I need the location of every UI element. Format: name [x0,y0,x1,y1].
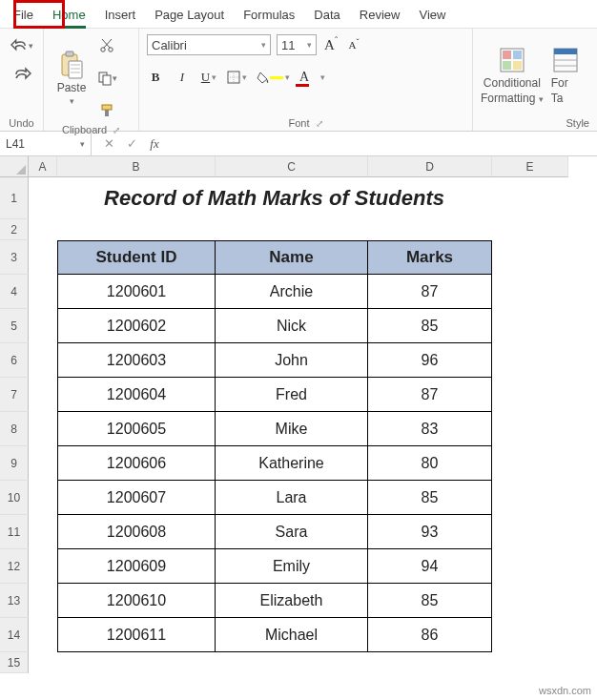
cell-name[interactable]: Nick [216,309,368,343]
cell-name[interactable]: John [216,343,368,378]
group-styles-label: Style [481,115,589,129]
cell-student-id[interactable]: 1200601 [57,275,216,309]
cell-student-id[interactable]: 1200609 [57,549,216,584]
cell-student-id[interactable]: 1200604 [57,378,216,412]
cell-name[interactable]: Mike [216,412,368,446]
row-header[interactable]: 10 [0,481,29,515]
group-undo: ▾ Undo [0,29,44,131]
cell-student-id[interactable]: 1200606 [57,446,216,481]
row-header[interactable]: 8 [0,412,29,446]
row-header[interactable]: 5 [0,309,29,343]
cell-name[interactable]: Katherine [216,446,368,481]
insert-function-button[interactable]: fx [143,136,166,152]
cell-marks[interactable]: 85 [368,309,492,343]
cell-student-id[interactable]: 1200608 [57,515,216,549]
cell-student-id[interactable]: 1200602 [57,309,216,343]
font-launcher[interactable]: ⤢ [316,118,323,129]
cell-marks[interactable]: 96 [368,343,492,378]
paste-button[interactable]: Paste ▾ [51,51,92,106]
group-font: Calibri ▾ 11 ▾ Aˆ Aˇ B I U▾ [139,29,473,131]
cell-student-id[interactable]: 1200603 [57,343,216,378]
cell-marks[interactable]: 87 [368,378,492,412]
tab-data[interactable]: Data [304,4,349,28]
formula-enter-button[interactable]: ✓ [120,136,143,151]
row-header[interactable]: 13 [0,584,29,618]
cell-marks[interactable]: 80 [368,446,492,481]
row-header[interactable]: 1 [0,177,29,219]
increase-font-button[interactable]: Aˆ [322,34,340,55]
cell-marks[interactable]: 87 [368,275,492,309]
undo-button[interactable]: ▾ [10,34,33,57]
borders-button[interactable]: ▾ [227,67,247,88]
decrease-font-button[interactable]: Aˇ [345,34,362,55]
col-header[interactable]: B [57,156,216,177]
tab-insert[interactable]: Insert [95,4,146,28]
clipboard-launcher[interactable]: ⤢ [113,125,120,135]
worksheet[interactable]: 1 2 3 4 5 6 7 8 9 10 11 12 13 14 15 A B … [0,156,597,673]
cell-marks[interactable]: 85 [368,584,492,618]
font-color-button[interactable]: A ▾ [299,67,325,88]
tab-file[interactable]: File [4,4,43,28]
font-name-combo[interactable]: Calibri ▾ [147,34,271,55]
cell-marks[interactable]: 94 [368,549,492,584]
cut-button[interactable] [95,34,118,57]
cell-name[interactable]: Lara [216,481,368,515]
cell-name[interactable]: Emily [216,549,368,584]
svg-rect-1 [66,51,73,56]
row-header[interactable]: 11 [0,515,29,549]
cell-marks[interactable]: 93 [368,515,492,549]
cell-name[interactable]: Fred [216,378,368,412]
cell-student-id[interactable]: 1200605 [57,412,216,446]
cell-name[interactable]: Elizabeth [216,584,368,618]
row-header[interactable]: 14 [0,618,29,652]
row-header[interactable]: 9 [0,446,29,481]
sheet-cells[interactable]: Record of Math Marks of Students Student… [29,177,597,673]
name-box[interactable]: L41 ▾ [0,132,92,155]
font-size-value: 11 [281,38,295,52]
header-student-id: Student ID [57,240,216,275]
table-row: 1200611Michael86 [29,618,597,652]
cell-student-id[interactable]: 1200607 [57,481,216,515]
cell-name[interactable]: Michael [216,618,368,652]
tab-home[interactable]: Home [43,4,95,28]
tab-page-layout[interactable]: Page Layout [145,4,234,28]
cell-name[interactable]: Archie [216,275,368,309]
cell-student-id[interactable]: 1200610 [57,584,216,618]
redo-button[interactable] [10,63,33,86]
cell-name[interactable]: Sara [216,515,368,549]
italic-button[interactable]: I [174,67,191,88]
underline-button[interactable]: U▾ [200,67,217,88]
tab-formulas[interactable]: Formulas [234,4,304,28]
col-header[interactable]: A [29,156,57,177]
row-header[interactable]: 12 [0,549,29,584]
cell-student-id[interactable]: 1200611 [57,618,216,652]
col-header[interactable]: D [368,156,492,177]
fill-color-button[interactable]: ▾ [257,67,290,88]
select-all-corner[interactable] [0,156,29,177]
svg-rect-21 [513,61,522,70]
row-header[interactable]: 6 [0,343,29,378]
row-header[interactable]: 7 [0,378,29,412]
bold-button[interactable]: B [147,67,164,88]
copy-button[interactable]: ▾ [95,67,118,90]
conditional-formatting-button[interactable]: Conditional Formatting ▾ [481,46,544,105]
format-as-table-button[interactable]: For Ta [551,46,578,105]
chevron-down-icon: ▾ [307,40,312,50]
tab-view[interactable]: View [409,4,455,28]
font-name-value: Calibri [152,38,187,52]
cell-marks[interactable]: 85 [368,481,492,515]
format-painter-button[interactable] [95,99,118,122]
tab-review[interactable]: Review [350,4,410,28]
row-header[interactable]: 4 [0,275,29,309]
chevron-down-icon: ▾ [80,139,85,149]
cell-marks[interactable]: 86 [368,618,492,652]
formula-cancel-button[interactable]: ✕ [97,136,120,151]
row-header[interactable]: 2 [0,219,29,240]
col-header[interactable]: C [216,156,368,177]
copy-icon [97,71,113,86]
row-header[interactable]: 3 [0,240,29,275]
font-size-combo[interactable]: 11 ▾ [277,34,317,55]
cell-marks[interactable]: 83 [368,412,492,446]
row-header[interactable]: 15 [0,652,29,673]
col-header[interactable]: E [492,156,568,177]
